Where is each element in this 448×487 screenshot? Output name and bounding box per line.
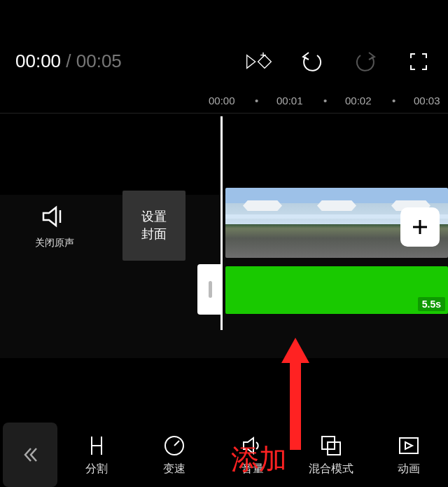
- mute-label: 关闭原声: [35, 237, 74, 249]
- mute-original-audio[interactable]: 关闭原声: [35, 205, 74, 249]
- svg-rect-5: [400, 438, 418, 453]
- current-time: 00:00: [15, 50, 61, 71]
- annotation-arrow-icon: [280, 338, 311, 450]
- annotation-label: 添加: [231, 440, 287, 479]
- timeline-ruler[interactable]: 00:00 • 00:01 • 00:02 • 00:03: [0, 88, 448, 113]
- tool-speed[interactable]: 变速: [136, 434, 214, 476]
- back-button[interactable]: [3, 423, 57, 487]
- play-keyframe-button[interactable]: [245, 48, 273, 76]
- bottom-toolbar: 分割 变速 音量 混合模式 动画: [0, 423, 448, 487]
- overlay-clip-track[interactable]: 5.5s: [225, 266, 448, 314]
- clip-duration-badge: 5.5s: [418, 297, 445, 311]
- redo-button[interactable]: [351, 48, 379, 76]
- playhead[interactable]: [220, 116, 223, 330]
- tool-split[interactable]: 分割: [57, 434, 136, 476]
- timeline-area[interactable]: 关闭原声 设置 封面 5.5s 添加: [0, 113, 448, 358]
- add-clip-button[interactable]: [400, 207, 440, 247]
- total-time: 00:05: [76, 50, 122, 71]
- tool-animation[interactable]: 动画: [370, 434, 448, 476]
- undo-button[interactable]: [298, 48, 326, 76]
- timecode: 00:00 / 00:05: [15, 50, 122, 72]
- clip-trim-handle[interactable]: [197, 264, 223, 315]
- fullscreen-button[interactable]: [405, 48, 433, 76]
- set-cover-button[interactable]: 设置 封面: [122, 191, 186, 261]
